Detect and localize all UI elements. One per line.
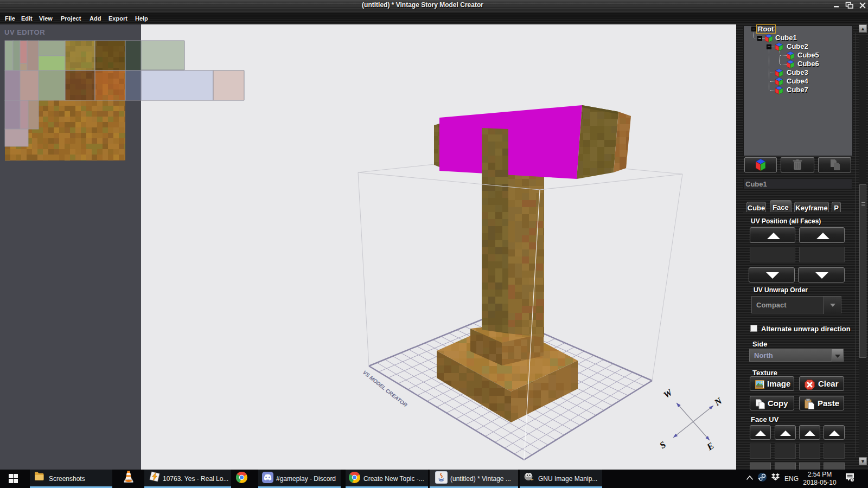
svg-text:S: S bbox=[658, 439, 668, 451]
svg-text:N: N bbox=[712, 395, 724, 408]
svg-text:UV EDITOR: UV EDITOR bbox=[4, 28, 45, 36]
svg-text:W: W bbox=[661, 387, 675, 400]
svg-text:E: E bbox=[705, 440, 716, 453]
